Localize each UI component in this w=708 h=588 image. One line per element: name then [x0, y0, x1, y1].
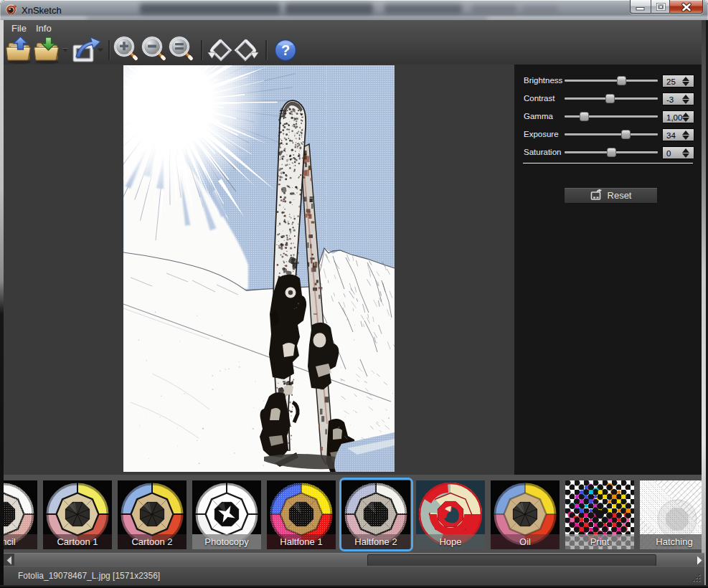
- svg-text:?: ?: [281, 42, 290, 58]
